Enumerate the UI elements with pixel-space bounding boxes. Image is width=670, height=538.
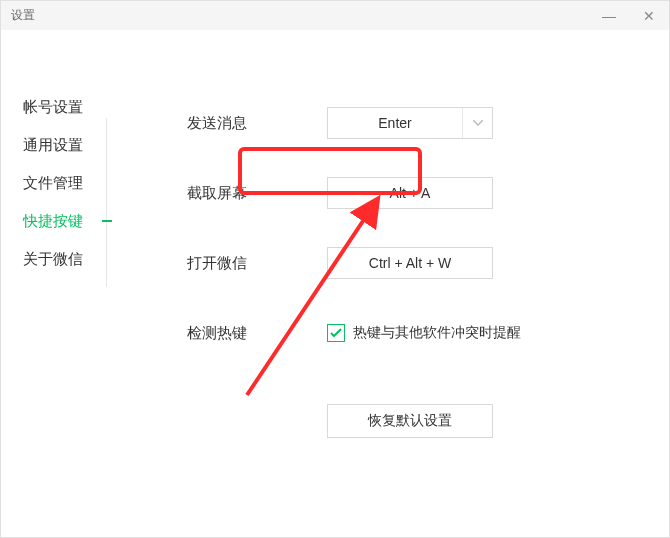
send-message-value: Enter bbox=[328, 115, 462, 131]
sidebar-item-about[interactable]: 关于微信 bbox=[1, 240, 107, 278]
row-open-wechat: 打开微信 Ctrl + Alt + W bbox=[187, 228, 669, 298]
window-controls: — ✕ bbox=[589, 1, 669, 30]
minimize-button[interactable]: — bbox=[589, 1, 629, 30]
open-wechat-value: Ctrl + Alt + W bbox=[369, 255, 451, 271]
row-send-message: 发送消息 Enter bbox=[187, 88, 669, 158]
capture-screen-value: Alt + A bbox=[390, 185, 431, 201]
sidebar-item-label: 关于微信 bbox=[23, 250, 83, 269]
detect-hotkey-checkbox-label: 热键与其他软件冲突时提醒 bbox=[353, 324, 521, 342]
sidebar-item-general[interactable]: 通用设置 bbox=[1, 126, 107, 164]
titlebar: 设置 — ✕ bbox=[1, 0, 669, 30]
chevron-down-icon bbox=[462, 108, 492, 138]
detect-hotkey-label: 检测热键 bbox=[187, 324, 327, 343]
row-capture-screen: 截取屏幕 Alt + A bbox=[187, 158, 669, 228]
restore-defaults-label: 恢复默认设置 bbox=[368, 412, 452, 430]
send-message-label: 发送消息 bbox=[187, 114, 327, 133]
open-wechat-input[interactable]: Ctrl + Alt + W bbox=[327, 247, 493, 279]
sidebar-item-files[interactable]: 文件管理 bbox=[1, 164, 107, 202]
open-wechat-label: 打开微信 bbox=[187, 254, 327, 273]
close-button[interactable]: ✕ bbox=[629, 1, 669, 30]
send-message-dropdown[interactable]: Enter bbox=[327, 107, 493, 139]
sidebar-item-label: 通用设置 bbox=[23, 136, 83, 155]
capture-screen-label: 截取屏幕 bbox=[187, 184, 327, 203]
restore-defaults-button[interactable]: 恢复默认设置 bbox=[327, 404, 493, 438]
row-detect-hotkey: 检测热键 热键与其他软件冲突时提醒 bbox=[187, 298, 669, 368]
sidebar: 帐号设置 通用设置 文件管理 快捷按键 关于微信 bbox=[1, 30, 107, 537]
sidebar-item-label: 帐号设置 bbox=[23, 98, 83, 117]
sidebar-item-label: 文件管理 bbox=[23, 174, 83, 193]
capture-screen-input[interactable]: Alt + A bbox=[327, 177, 493, 209]
sidebar-item-label: 快捷按键 bbox=[23, 212, 83, 231]
sidebar-item-shortcuts[interactable]: 快捷按键 bbox=[1, 202, 107, 240]
detect-hotkey-checkbox[interactable] bbox=[327, 324, 345, 342]
sidebar-item-account[interactable]: 帐号设置 bbox=[1, 88, 107, 126]
window-title: 设置 bbox=[11, 7, 35, 24]
main-panel: 发送消息 Enter 截取屏幕 Alt + A 打开微信 Ctrl + Alt … bbox=[107, 30, 669, 537]
